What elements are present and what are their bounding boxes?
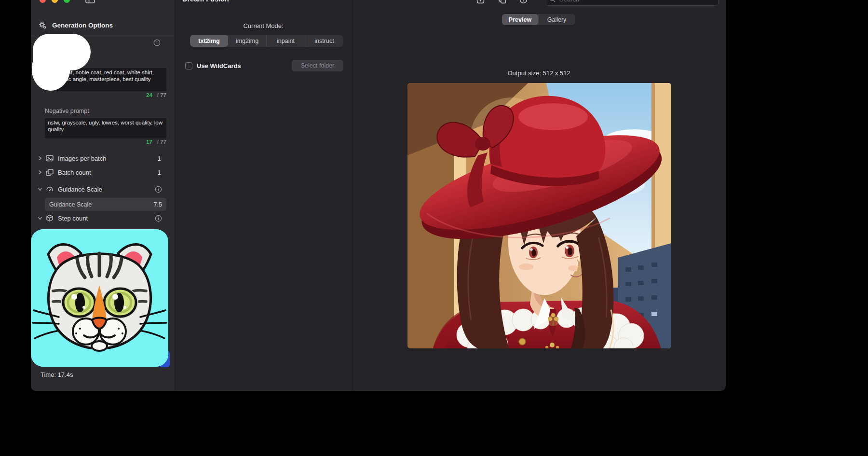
batch-icon xyxy=(46,169,54,176)
settings-gear-icon xyxy=(39,21,46,29)
preview-tabs: Preview Gallery xyxy=(502,14,575,25)
negative-token-count: 17 xyxy=(146,139,152,145)
wildcards-label: Use WildCards xyxy=(197,62,241,70)
search-icon xyxy=(549,0,556,2)
cat-overlay-image xyxy=(31,229,168,367)
wildcards-checkbox[interactable] xyxy=(185,62,192,69)
app-window: Dream Fusion ? Generation Options Prompt… xyxy=(31,0,726,391)
row-batch-count[interactable]: Batch count 1 xyxy=(38,166,162,179)
new-image-button[interactable] xyxy=(475,0,486,4)
tab-gallery[interactable]: Gallery xyxy=(538,14,575,25)
info-icon[interactable] xyxy=(155,186,162,193)
tab-preview[interactable]: Preview xyxy=(502,14,538,25)
mode-txt2img[interactable]: txt2img xyxy=(190,35,228,47)
row-images-per-batch[interactable]: Images per batch 1 xyxy=(38,152,162,165)
generation-time: Time: 17.4s xyxy=(41,371,73,378)
row-step-count[interactable]: Step count xyxy=(38,212,162,224)
row-label: Batch count xyxy=(58,169,91,176)
negative-token-counter: 17/ 77 xyxy=(45,139,166,145)
negative-prompt-label: Negative prompt xyxy=(45,108,89,114)
row-value: 1 xyxy=(158,155,162,162)
guidance-field-value: 7.5 xyxy=(154,201,162,208)
panel-divider xyxy=(352,0,353,391)
guidance-scale-field[interactable]: Guidance Scale 7.5 xyxy=(45,198,166,211)
mode-instruct[interactable]: instruct xyxy=(305,35,343,47)
svg-text:?: ? xyxy=(522,0,525,2)
cube-icon xyxy=(46,214,54,222)
images-icon xyxy=(46,155,54,162)
generated-image xyxy=(407,83,671,348)
window-title: Dream Fusion xyxy=(182,0,229,4)
search-field[interactable] xyxy=(545,0,719,6)
row-label: Images per batch xyxy=(58,155,106,162)
generation-options-label: Generation Options xyxy=(52,22,113,29)
mode-inpaint[interactable]: inpaint xyxy=(266,35,305,47)
chevron-down-icon xyxy=(38,187,43,192)
search-input[interactable] xyxy=(558,0,714,3)
select-folder-button[interactable]: Select folder xyxy=(292,60,343,71)
prompt-token-counter: 24/ 77 xyxy=(45,92,166,98)
output-size-label: Output size: 512 x 512 xyxy=(352,69,726,77)
prompt-token-max: / 77 xyxy=(157,92,166,98)
generation-options-header: Generation Options xyxy=(39,21,113,29)
copy-button[interactable] xyxy=(497,0,507,4)
current-mode-label: Current Mode: xyxy=(175,22,352,29)
guidance-field-label: Guidance Scale xyxy=(49,201,92,208)
row-value: 1 xyxy=(158,169,162,176)
sidebar-toggle-icon[interactable] xyxy=(85,0,95,4)
row-guidance-scale[interactable]: Guidance Scale xyxy=(38,183,162,195)
mode-img2img[interactable]: img2img xyxy=(228,35,266,47)
mode-segmented-control: txt2img img2img inpaint instruct xyxy=(190,35,343,47)
help-button[interactable]: ? xyxy=(518,0,529,4)
info-icon[interactable] xyxy=(153,39,161,46)
row-label: Step count xyxy=(58,215,88,222)
negative-prompt-input[interactable]: nsfw, grayscale, ugly, lowres, worst qua… xyxy=(45,118,166,138)
gauge-icon xyxy=(46,186,54,193)
info-icon[interactable] xyxy=(155,215,162,222)
prompt-token-count: 24 xyxy=(146,92,152,98)
chevron-right-icon xyxy=(38,170,43,175)
negative-token-max: / 77 xyxy=(157,139,166,145)
chevron-down-icon xyxy=(38,216,43,221)
redaction-blob xyxy=(33,34,91,70)
row-label: Guidance Scale xyxy=(58,186,102,193)
chevron-right-icon xyxy=(38,156,43,161)
